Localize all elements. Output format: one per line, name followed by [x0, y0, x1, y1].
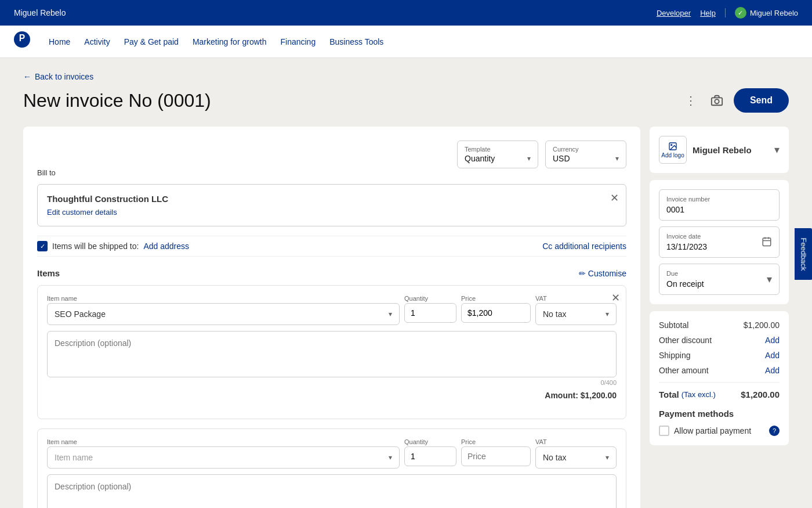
template-select[interactable]: Template Quantity ▾ [457, 140, 538, 168]
total-label: Total [659, 390, 679, 399]
item1-name-wrapper: Item name SEO Package ▾ [47, 295, 400, 325]
customer-name: Thoughtful Construction LLC [47, 194, 617, 204]
item1-qty-wrapper: Quantity [404, 295, 456, 325]
item2-qty-wrapper: Quantity [404, 438, 456, 469]
item2-vat-field[interactable]: No tax ▾ [535, 446, 617, 469]
top-bar-right: Developer Help ✓ Miguel Rebelo [657, 7, 798, 19]
help-icon[interactable]: ? [769, 426, 780, 436]
invoice-date-text: Invoice date 13/11/2023 [666, 233, 707, 251]
nav-pay-get-paid[interactable]: Pay & Get paid [124, 35, 179, 49]
item1-name-label: Item name [47, 295, 400, 302]
item1-name-field[interactable]: SEO Package ▾ [47, 303, 400, 325]
shipping-checkbox[interactable]: ✓ [37, 241, 48, 251]
allow-partial-left: Allow partial payment [659, 426, 751, 436]
item1-description-textarea[interactable] [47, 331, 617, 377]
item1-price-input[interactable] [461, 303, 531, 323]
cc-recipients-link[interactable]: Cc additional recipients [542, 242, 626, 251]
item-2-row: Item name Item name ▾ Quantity Price [47, 438, 617, 469]
item1-qty-input[interactable] [404, 303, 456, 323]
item2-price-wrapper: Price [461, 438, 531, 469]
item2-description-textarea[interactable] [47, 474, 617, 508]
allow-partial-checkbox[interactable] [659, 426, 669, 436]
nav-business-tools[interactable]: Business Tools [329, 35, 383, 49]
pencil-icon: ✏ [579, 269, 586, 278]
item1-name-chevron: ▾ [389, 310, 392, 318]
feedback-tab[interactable]: Feedback [795, 228, 812, 280]
shield-icon: ✓ [735, 7, 746, 19]
remove-item1-button[interactable]: ✕ [611, 291, 620, 304]
more-options-button[interactable]: ⋮ [682, 90, 700, 111]
due-field[interactable]: Due On receipt ▾ [659, 264, 780, 295]
total-label-wrapper: Total (Tax excl.) [659, 390, 716, 399]
template-value: Quantity ▾ [465, 154, 531, 163]
invoice-date-inner: Invoice date 13/11/2023 [666, 233, 772, 251]
calendar-icon [762, 236, 772, 248]
customise-link[interactable]: ✏ Customise [579, 269, 626, 278]
item2-name-label: Item name [47, 438, 400, 445]
total-row: Total (Tax excl.) $1,200.00 [659, 382, 780, 399]
help-link[interactable]: Help [700, 9, 716, 17]
shipping-summary-label: Shipping [659, 351, 691, 360]
add-shipping-link[interactable]: Add [765, 351, 780, 360]
edit-customer-link[interactable]: Edit customer details [47, 208, 117, 217]
camera-button[interactable] [707, 91, 727, 110]
add-logo-label: Add logo [661, 152, 684, 158]
invoice-date-field[interactable]: Invoice date 13/11/2023 [659, 226, 780, 258]
nav-home[interactable]: Home [49, 35, 70, 49]
developer-link[interactable]: Developer [657, 9, 691, 17]
bill-to-label: Bill to [37, 168, 626, 177]
item1-desc-count: 0/400 [47, 379, 617, 386]
shipping-left: ✓ Items will be shipped to: Add address [37, 241, 189, 251]
remove-customer-button[interactable]: ✕ [610, 192, 619, 204]
item1-price-wrapper: Price [461, 295, 531, 325]
user-panel-inner: Add logo Miguel Rebelo ▾ [659, 136, 780, 164]
other-discount-label: Other discount [659, 336, 712, 345]
items-header: Items ✏ Customise [37, 268, 626, 278]
nav-financing[interactable]: Financing [280, 35, 316, 49]
shipping-summary-row: Shipping Add [659, 351, 780, 360]
page-header: New invoice No (0001) ⋮ Send [23, 88, 789, 113]
nav-marketing[interactable]: Marketing for growth [193, 35, 267, 49]
back-to-invoices-link[interactable]: ← Back to invoices [23, 72, 789, 81]
allow-partial-row: Allow partial payment ? [659, 426, 780, 436]
invoice-number-field: Invoice number 0001 [659, 189, 780, 221]
due-value: On receipt [666, 279, 704, 289]
item1-vat-field[interactable]: No tax ▾ [535, 303, 617, 325]
user-panel-chevron[interactable]: ▾ [774, 143, 780, 156]
item1-price-label: Price [461, 295, 531, 302]
invoice-form: Template Quantity ▾ Currency USD ▾ Bill … [23, 127, 640, 508]
currency-select[interactable]: Currency USD ▾ [545, 140, 626, 168]
add-logo-button[interactable]: Add logo [659, 136, 687, 164]
subtotal-label: Subtotal [659, 320, 688, 330]
item2-vat-label: VAT [535, 438, 617, 445]
page-title: New invoice No (0001) [23, 90, 211, 111]
item2-desc-row [47, 474, 617, 508]
item2-vat-wrapper: VAT No tax ▾ [535, 438, 617, 469]
back-arrow-icon: ← [23, 72, 31, 81]
add-other-amount-link[interactable]: Add [765, 366, 780, 375]
item2-name-field[interactable]: Item name ▾ [47, 446, 400, 469]
add-discount-link[interactable]: Add [765, 336, 780, 345]
currency-label: Currency [553, 146, 619, 153]
add-address-link[interactable]: Add address [143, 242, 189, 251]
item2-qty-input[interactable] [404, 446, 456, 466]
tax-excl-label: (Tax excl.) [682, 390, 716, 399]
due-chevron-icon: ▾ [767, 273, 772, 286]
svg-point-5 [671, 144, 672, 145]
invoice-number-label: Invoice number [666, 196, 772, 203]
invoice-date-label: Invoice date [666, 233, 707, 240]
top-bar-user-info: ✓ Miguel Rebelo [735, 7, 798, 19]
nav-activity[interactable]: Activity [84, 35, 110, 49]
item2-qty-label: Quantity [404, 438, 456, 445]
send-button[interactable]: Send [734, 88, 789, 113]
template-currency-row: Template Quantity ▾ Currency USD ▾ [37, 140, 626, 168]
item2-vat-chevron: ▾ [606, 453, 609, 462]
item2-name-chevron: ▾ [389, 453, 392, 462]
item2-price-input[interactable] [461, 446, 531, 466]
currency-chevron-icon: ▾ [615, 154, 619, 163]
invoice-number-value[interactable]: 0001 [666, 205, 772, 214]
item2-vat-value: No tax [543, 453, 566, 462]
template-chevron-icon: ▾ [527, 154, 531, 163]
item-2-block: Item name Item name ▾ Quantity Price [37, 428, 626, 508]
item1-vat-label: VAT [535, 295, 617, 302]
